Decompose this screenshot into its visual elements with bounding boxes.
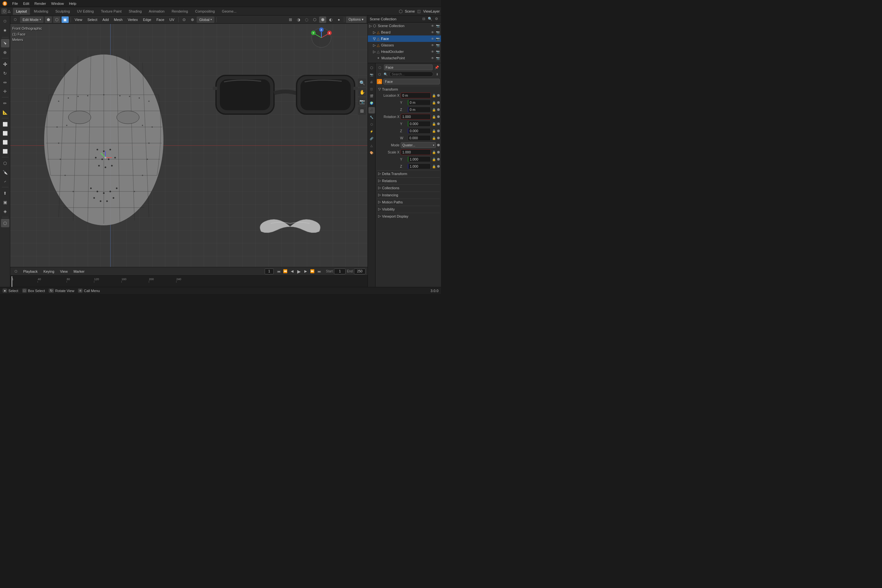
glasses-eye-icon[interactable]: 👁 bbox=[431, 44, 434, 47]
outliner-search-btn[interactable]: 🔍 bbox=[428, 16, 433, 22]
transform-tool-btn[interactable]: ✛ bbox=[1, 87, 9, 95]
scale-z-lock-icon[interactable]: 🔒 bbox=[432, 165, 436, 168]
beard-eye-icon[interactable]: 👁 bbox=[431, 31, 434, 34]
scale-y-keyframe-dot[interactable] bbox=[437, 158, 440, 160]
motion-paths-header[interactable]: ▷ Motion Paths bbox=[377, 199, 440, 205]
bevel-btn[interactable]: ◈ bbox=[1, 207, 9, 215]
outliner-item-mustachepoint[interactable]: ✦ MustachePoint 👁 📷 bbox=[368, 55, 441, 61]
rotation-mode-dropdown[interactable]: Quater... ▾ bbox=[401, 142, 436, 148]
smooth-btn[interactable]: ⬡ bbox=[1, 219, 9, 227]
viewport-overlays-btn[interactable]: ◑ bbox=[295, 16, 302, 23]
outliner-item-beard[interactable]: ▷ △ Beard 👁 📷 bbox=[368, 29, 441, 36]
add-cube-btn[interactable]: ⬜ bbox=[1, 120, 9, 128]
prop-tab-scene[interactable]: 🎬 bbox=[369, 93, 375, 99]
mesh-menu-btn[interactable]: Mesh bbox=[112, 16, 124, 23]
face-menu-btn[interactable]: Face bbox=[154, 16, 166, 23]
mustache-eye-icon[interactable]: 👁 bbox=[431, 56, 434, 60]
location-x-keyframe-dot[interactable] bbox=[437, 94, 440, 97]
prop-tab-constraints[interactable]: 🔗 bbox=[369, 135, 375, 142]
rotation-y-input[interactable]: 0.000 bbox=[408, 121, 430, 127]
prop-tab-output[interactable]: 🖨 bbox=[369, 79, 375, 85]
viewport-gizmos-btn[interactable]: ⊞ bbox=[287, 16, 294, 23]
move-tool-btn[interactable] bbox=[1, 60, 9, 68]
bisect-btn[interactable]: ⌿ bbox=[1, 177, 9, 185]
props-collapse-all-btn[interactable]: ⬇ bbox=[435, 72, 440, 77]
scale-y-lock-icon[interactable]: 🔒 bbox=[432, 158, 436, 161]
face-eye-icon[interactable]: 👁 bbox=[431, 37, 434, 40]
snap-toggle-btn[interactable]: ⊕ bbox=[189, 16, 196, 23]
delta-transform-header[interactable]: ▷ Delta Transform bbox=[377, 171, 440, 177]
options-btn[interactable]: Options ▾ bbox=[346, 16, 366, 23]
viewport-display-header[interactable]: ▷ Viewport Display bbox=[377, 213, 440, 219]
tab-animation[interactable]: Animation bbox=[146, 8, 168, 15]
jump-end-btn[interactable]: ⏭ bbox=[316, 268, 322, 274]
mustache-render-icon[interactable]: 📷 bbox=[436, 56, 440, 60]
view-timeline-btn[interactable]: View bbox=[58, 268, 70, 274]
prop-tab-particles[interactable]: ⬡ bbox=[369, 121, 375, 128]
props-type-icon[interactable]: ⬡ bbox=[377, 64, 382, 70]
tab-texture-paint[interactable]: Texture Paint bbox=[98, 8, 125, 15]
rotation-z-keyframe-dot[interactable] bbox=[437, 130, 440, 132]
menu-help[interactable]: Help bbox=[66, 0, 79, 7]
scale-y-input[interactable]: 1.000 bbox=[408, 156, 430, 162]
prop-tab-active-tool[interactable]: ⬡ bbox=[369, 64, 375, 71]
scene-collection-eye-icon[interactable]: 👁 bbox=[431, 24, 434, 28]
outliner-item-headoccluder[interactable]: ▷ △ HeadOccluder 👁 📷 bbox=[368, 48, 441, 55]
vertex-select-btn[interactable]: ⬟ bbox=[45, 16, 52, 23]
rotation-mode-dot[interactable] bbox=[437, 144, 440, 146]
shading-solid-btn[interactable]: ⬢ bbox=[319, 16, 326, 23]
annotate-btn[interactable]: ✏ bbox=[1, 99, 9, 107]
location-y-keyframe-dot[interactable] bbox=[437, 101, 440, 104]
outliner-filter-btn[interactable]: ⊟ bbox=[421, 16, 426, 22]
keying-menu-btn[interactable]: Keying bbox=[42, 268, 56, 274]
rotation-z-input[interactable]: 0.000 bbox=[408, 128, 430, 134]
loop-cut-btn[interactable]: ⬡ bbox=[1, 159, 9, 167]
edit-mode-dropdown[interactable]: Edit Mode ▾ bbox=[20, 16, 44, 23]
location-z-input[interactable]: 0 m bbox=[408, 107, 430, 112]
tab-shading[interactable]: Shading bbox=[125, 8, 145, 15]
props-search-input[interactable]: Search... bbox=[389, 72, 433, 77]
xray-btn[interactable]: ◌ bbox=[303, 16, 310, 23]
rotation-x-lock-icon[interactable]: 🔒 bbox=[432, 115, 436, 118]
instancing-header[interactable]: ▷ Instancing bbox=[377, 192, 440, 198]
extrude-btn[interactable]: ⬆ bbox=[1, 189, 9, 197]
prop-tab-object[interactable]: ⬛ bbox=[369, 107, 375, 114]
tab-geometry-nodes[interactable]: Geome... bbox=[219, 8, 240, 15]
location-x-lock-icon[interactable]: 🔒 bbox=[432, 94, 436, 98]
rotation-y-keyframe-dot[interactable] bbox=[437, 123, 440, 125]
rotation-z-lock-icon[interactable]: 🔒 bbox=[432, 129, 436, 133]
face-render-icon[interactable]: 📷 bbox=[436, 37, 440, 40]
prop-tab-material[interactable]: 🎨 bbox=[369, 150, 375, 156]
playback-menu-btn[interactable]: Playback bbox=[21, 268, 40, 274]
add-menu-btn[interactable]: Add bbox=[100, 16, 111, 23]
timeline-editor-type-btn[interactable]: ⬡ bbox=[12, 268, 20, 274]
editor-type-btn[interactable]: ⬡ bbox=[12, 16, 19, 23]
location-x-input[interactable]: 0 m bbox=[401, 93, 430, 98]
props-pin-btn[interactable]: 📌 bbox=[434, 64, 440, 70]
location-y-input[interactable]: 0 m bbox=[408, 100, 430, 105]
menu-window[interactable]: Window bbox=[49, 0, 66, 7]
grid-btn[interactable]: ⊞ bbox=[358, 107, 366, 115]
prop-tab-render[interactable]: 📷 bbox=[369, 72, 375, 78]
relations-header[interactable]: ▷ Relations bbox=[377, 178, 440, 184]
vertex-menu-btn[interactable]: Vertex bbox=[126, 16, 140, 23]
scale-x-lock-icon[interactable]: 🔒 bbox=[432, 150, 436, 154]
object-name-display[interactable]: Face bbox=[384, 64, 433, 70]
uv-menu-btn[interactable]: UV bbox=[168, 16, 176, 23]
glasses-render-icon[interactable]: 📷 bbox=[436, 44, 440, 47]
prev-frame-btn[interactable]: ◀ bbox=[289, 268, 295, 274]
edge-select-btn[interactable]: ⬡ bbox=[53, 16, 60, 23]
data-block-name[interactable]: Face bbox=[383, 79, 440, 84]
rotation-w-keyframe-dot[interactable] bbox=[437, 136, 440, 139]
view-menu-btn[interactable]: View bbox=[73, 16, 84, 23]
measure-btn[interactable]: 📐 bbox=[1, 108, 9, 116]
inset-btn[interactable]: ▣ bbox=[1, 198, 9, 206]
knife-btn[interactable]: 🔪 bbox=[1, 168, 9, 176]
prop-tab-physics[interactable]: ⚡ bbox=[369, 128, 375, 135]
beard-render-icon[interactable]: 📷 bbox=[436, 31, 440, 34]
blender-logo-icon[interactable]: B bbox=[2, 1, 8, 6]
viewlayer-btn[interactable]: ◫ bbox=[416, 8, 422, 14]
tab-rendering[interactable]: Rendering bbox=[168, 8, 191, 15]
overlay-btn[interactable]: ◉ bbox=[1, 26, 9, 34]
scene-collection-render-icon[interactable]: 📷 bbox=[436, 24, 440, 28]
